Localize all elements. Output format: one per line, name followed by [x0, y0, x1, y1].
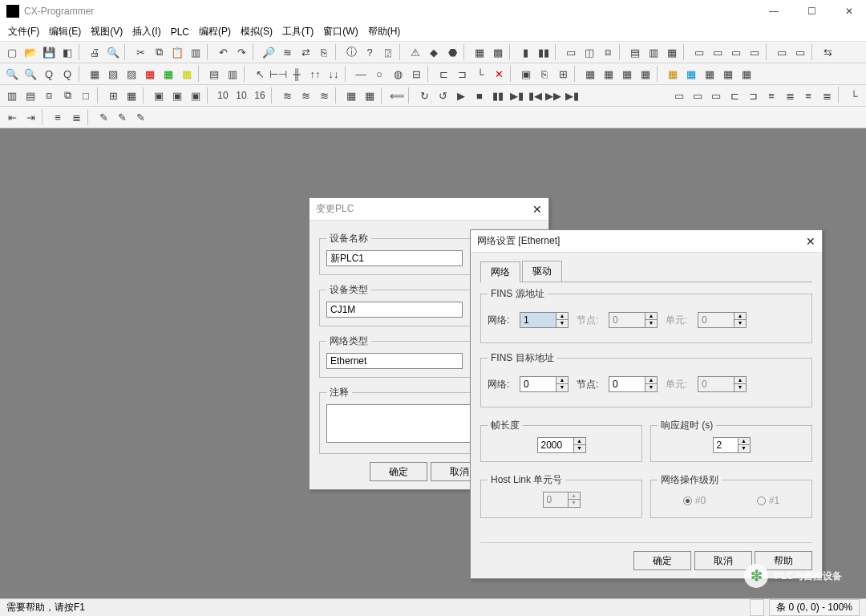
- tool-icon[interactable]: ≡: [799, 87, 817, 104]
- new-icon[interactable]: ▢: [3, 43, 21, 61]
- ok-button[interactable]: 确定: [370, 462, 427, 481]
- tool-icon[interactable]: ≡: [49, 108, 67, 126]
- tool-icon[interactable]: ⇤: [3, 108, 21, 126]
- pause-icon[interactable]: ▮▮: [489, 87, 507, 104]
- line-icon[interactable]: —: [352, 65, 370, 83]
- tool-icon[interactable]: ▤: [22, 87, 39, 104]
- cut-icon[interactable]: ✂: [132, 43, 149, 61]
- zoom-in-icon[interactable]: 🔍: [3, 65, 21, 83]
- tool-icon[interactable]: ⟸: [388, 87, 406, 104]
- menu-program[interactable]: 编程(P): [194, 23, 236, 40]
- tool-icon[interactable]: ◧: [59, 43, 76, 61]
- minimize-button[interactable]: —: [763, 4, 785, 18]
- menu-sim[interactable]: 模拟(S): [236, 23, 277, 40]
- step-icon[interactable]: ▮◀: [526, 87, 544, 104]
- tool-icon[interactable]: ≣: [67, 108, 85, 126]
- tool-icon[interactable]: ▥: [224, 65, 241, 83]
- cursor-icon[interactable]: ↖: [251, 65, 269, 83]
- tool-icon[interactable]: ▭: [562, 43, 580, 61]
- tool-icon[interactable]: ◫: [581, 43, 598, 61]
- step-icon[interactable]: ▶▮: [508, 87, 525, 104]
- tool-icon[interactable]: ⎘: [315, 43, 333, 61]
- contact-icon[interactable]: ↓↓: [325, 65, 342, 83]
- coil-icon[interactable]: ◍: [389, 65, 407, 83]
- tool-icon[interactable]: ⎘: [536, 65, 553, 83]
- tool-icon[interactable]: ▧: [104, 65, 122, 83]
- tool-icon[interactable]: ≋: [278, 43, 296, 61]
- tool-icon[interactable]: ≋: [315, 87, 333, 104]
- dst-node-spin[interactable]: ▲▼: [609, 376, 658, 392]
- undo-icon[interactable]: ↶: [214, 43, 232, 61]
- tool-icon[interactable]: ⊐: [453, 65, 471, 83]
- tool-icon[interactable]: ▦: [738, 65, 755, 83]
- tool-icon[interactable]: ▦: [361, 87, 378, 104]
- tool-icon[interactable]: ▣: [150, 87, 168, 104]
- tool-icon[interactable]: ▦: [178, 65, 196, 83]
- maximize-button[interactable]: ☐: [801, 4, 823, 18]
- tab-driver[interactable]: 驱动: [522, 261, 562, 282]
- tool-icon[interactable]: ⧈: [599, 43, 617, 61]
- delete-icon[interactable]: ✕: [490, 65, 508, 83]
- tool-icon[interactable]: ▤: [626, 43, 644, 61]
- tool-icon[interactable]: ▥: [3, 87, 21, 104]
- pause-icon[interactable]: ▮▮: [535, 43, 552, 61]
- tool-icon[interactable]: ⊐: [744, 87, 762, 104]
- info-icon[interactable]: ⓘ: [342, 43, 360, 61]
- warn-icon[interactable]: ⚠: [407, 43, 424, 61]
- tool-icon[interactable]: ▥: [645, 43, 662, 61]
- tool-icon[interactable]: ✎: [113, 108, 131, 126]
- menu-help[interactable]: 帮助(H): [363, 23, 406, 40]
- tool-icon[interactable]: ▭: [690, 43, 708, 61]
- tool-icon[interactable]: ▭: [709, 43, 726, 61]
- tool-icon[interactable]: ▦: [160, 65, 177, 83]
- tab-network[interactable]: 网络: [480, 261, 520, 282]
- tool-icon[interactable]: ▩: [489, 43, 507, 61]
- tool-icon[interactable]: ▦: [123, 87, 140, 104]
- tool-icon[interactable]: ✎: [95, 108, 112, 126]
- find-icon[interactable]: 🔎: [260, 43, 277, 61]
- tool-icon[interactable]: ▭: [670, 87, 688, 104]
- tool-icon[interactable]: ▭: [746, 43, 763, 61]
- tool-icon[interactable]: 10: [214, 87, 232, 104]
- menu-edit[interactable]: 编辑(E): [44, 23, 86, 40]
- tool-icon[interactable]: □: [77, 87, 95, 104]
- device-name-input[interactable]: [326, 250, 463, 266]
- tool-icon[interactable]: ▦: [664, 65, 682, 83]
- tool-icon[interactable]: ▦: [600, 65, 617, 83]
- copy-icon[interactable]: ⧉: [150, 43, 168, 61]
- tool-icon[interactable]: ▦: [471, 43, 488, 61]
- tool-icon[interactable]: ▭: [727, 43, 745, 61]
- save-icon[interactable]: 💾: [40, 43, 58, 61]
- tool-icon[interactable]: ▨: [123, 65, 140, 83]
- tool-icon[interactable]: 10: [233, 87, 250, 104]
- tool-icon[interactable]: ≋: [278, 87, 296, 104]
- tool-icon[interactable]: ▣: [168, 87, 186, 104]
- context-help-icon[interactable]: ⍰: [379, 43, 397, 61]
- ff-icon[interactable]: ▶▶: [544, 87, 562, 104]
- end-icon[interactable]: ▶▮: [563, 87, 581, 104]
- tool-icon[interactable]: ⊞: [554, 65, 572, 83]
- tool-icon[interactable]: ▭: [773, 43, 791, 61]
- tool-icon[interactable]: ⊏: [435, 65, 452, 83]
- coil-icon[interactable]: ○: [370, 65, 388, 83]
- tool-icon[interactable]: ⇄: [297, 43, 314, 61]
- tool-icon[interactable]: ↺: [434, 87, 451, 104]
- tool-icon[interactable]: ▤: [205, 65, 223, 83]
- tool-icon[interactable]: ▮: [516, 43, 534, 61]
- tool-icon[interactable]: ▦: [342, 87, 360, 104]
- print-icon[interactable]: 🖨: [86, 43, 103, 61]
- close-button[interactable]: ✕: [839, 4, 860, 18]
- tool-icon[interactable]: ▦: [581, 65, 599, 83]
- tool-icon[interactable]: ▦: [682, 65, 700, 83]
- tool-icon[interactable]: ▦: [141, 65, 159, 83]
- tool-icon[interactable]: ≡: [763, 87, 780, 104]
- play-icon[interactable]: ▶: [452, 87, 470, 104]
- tool-icon[interactable]: ▥: [187, 43, 204, 61]
- tool-icon[interactable]: ▣: [517, 65, 535, 83]
- redo-icon[interactable]: ↷: [233, 43, 250, 61]
- paste-icon[interactable]: 📋: [168, 43, 186, 61]
- menu-view[interactable]: 视图(V): [86, 23, 127, 40]
- tool-icon[interactable]: ▣: [187, 87, 204, 104]
- tool-icon[interactable]: ▭: [689, 87, 706, 104]
- menu-insert[interactable]: 插入(I): [127, 23, 165, 40]
